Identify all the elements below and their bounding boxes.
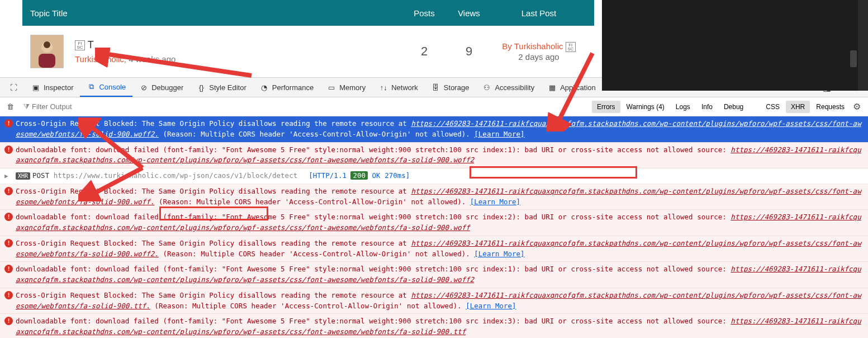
console-msg[interactable]: !Cross-Origin Request Blocked: The Same … xyxy=(0,184,868,210)
error-text: Cross-Origin Request Blocked: The Same O… xyxy=(16,239,411,247)
filter-input[interactable]: ⧩ xyxy=(23,102,99,111)
error-reason: (Reason: Multiple CORS header 'Access-Co… xyxy=(159,250,474,258)
error-reason: (Reason: Multiple CORS header 'Access-Co… xyxy=(159,130,474,138)
filter-logs[interactable]: Logs xyxy=(671,101,695,113)
tab-debugger[interactable]: ⊘Debugger xyxy=(132,78,190,97)
console-msg[interactable]: !Cross-Origin Request Blocked: The Same … xyxy=(0,236,868,262)
filter-info[interactable]: Info xyxy=(696,101,718,113)
col-topic-title: Topic Title xyxy=(30,8,402,18)
error-icon: ! xyxy=(4,265,13,273)
dark-side-panel xyxy=(602,0,868,91)
error-text: downloadable font: download failed (font… xyxy=(16,213,731,221)
error-icon: ! xyxy=(4,119,13,128)
learn-more-link[interactable]: [Learn More] xyxy=(474,250,524,258)
error-text: downloadable font: download failed (font… xyxy=(16,145,731,154)
learn-more-link[interactable]: [Learn More] xyxy=(466,302,516,310)
topic-text: T xyxy=(88,39,94,50)
filter-requests[interactable]: Requests xyxy=(811,101,850,113)
tab-memory[interactable]: ▭Memory xyxy=(320,78,372,97)
learn-more-link[interactable]: [Learn More] xyxy=(474,130,524,138)
pick-element-button[interactable]: ⛶ xyxy=(2,78,25,97)
svg-rect-1 xyxy=(39,54,55,68)
last-author[interactable]: Turkishaholic xyxy=(514,41,563,51)
tab-network[interactable]: ↑↓Network xyxy=(372,78,425,97)
console-output: !Cross-Origin Request Blocked: The Same … xyxy=(0,116,868,338)
error-text: Cross-Origin Request Blocked: The Same O… xyxy=(16,119,411,128)
forum-header: Topic Title Posts Views Last Post xyxy=(22,0,594,26)
tab-accessibility[interactable]: ⚇Accessibility xyxy=(476,78,541,97)
error-icon: ! xyxy=(4,187,13,195)
badge-icon: FISC xyxy=(75,40,85,50)
error-text: downloadable font: download failed (font… xyxy=(16,317,731,325)
error-text: Cross-Origin Request Blocked: The Same O… xyxy=(16,291,411,299)
last-post-cell: By Turkishaholic FISC 2 days ago xyxy=(491,41,586,62)
console-filter-bar: 🗑 ⧩ Errors Warnings (4) Logs Info Debug … xyxy=(0,97,868,116)
error-icon: ! xyxy=(4,291,13,299)
tab-style-editor[interactable]: {}Style Editor xyxy=(190,78,253,97)
xhr-tag: XHR xyxy=(16,172,30,180)
tab-inspector[interactable]: ▣Inspector xyxy=(25,78,80,97)
posts-count: 2 xyxy=(402,44,447,59)
console-msg[interactable]: !Cross-Origin Request Blocked: The Same … xyxy=(0,116,868,143)
topic-time: , 4 weeks ago xyxy=(124,54,176,64)
console-msg[interactable]: !downloadable font: download failed (fon… xyxy=(0,314,868,338)
avatar[interactable] xyxy=(30,35,64,68)
error-icon: ! xyxy=(4,213,13,221)
filter-warnings[interactable]: Warnings (4) xyxy=(622,101,670,113)
error-icon: ! xyxy=(4,239,13,247)
console-msg[interactable]: !downloadable font: download failed (fon… xyxy=(0,143,868,169)
tab-console[interactable]: ⧉Console xyxy=(80,78,132,97)
topic-title-line[interactable]: FISC T xyxy=(75,39,402,51)
last-by-label: By xyxy=(502,41,514,51)
filter-xhr[interactable]: XHR xyxy=(786,101,810,113)
filter-errors[interactable]: Errors xyxy=(592,101,620,113)
error-icon: ! xyxy=(4,145,13,154)
learn-more-link[interactable]: [Learn More] xyxy=(470,198,520,206)
xhr-url[interactable]: https://www.turkishaholic.com/wp-json/ca… xyxy=(54,171,298,180)
error-text: Cross-Origin Request Blocked: The Same O… xyxy=(16,187,411,195)
tab-performance[interactable]: ◔Performance xyxy=(253,78,320,97)
funnel-icon: ⧩ xyxy=(23,102,30,111)
error-reason: (Reason: Multiple CORS header 'Access-Co… xyxy=(154,198,469,206)
panel-scrollbar[interactable] xyxy=(850,50,857,67)
badge-icon: FISC xyxy=(566,42,576,52)
col-views: Views xyxy=(447,8,491,18)
console-msg[interactable]: ▶XHRPOST https://www.turkishaholic.com/w… xyxy=(0,168,868,184)
http-meta: [HTTP/1.1 xyxy=(309,171,350,180)
console-msg[interactable]: !downloadable font: download failed (fon… xyxy=(0,210,868,236)
error-icon: ! xyxy=(4,317,13,325)
last-time: 2 days ago xyxy=(491,52,586,62)
error-reason: (Reason: Multiple CORS header 'Access-Co… xyxy=(150,302,466,310)
forum-topic-row[interactable]: FISC T Turkishaholic, 4 weeks ago 2 9 By… xyxy=(22,26,594,77)
http-method: POST xyxy=(32,171,49,180)
author-link[interactable]: Turkishaholic xyxy=(75,54,124,64)
console-settings-icon[interactable]: ⚙ xyxy=(850,101,864,112)
svg-point-2 xyxy=(44,41,50,48)
expand-arrow-icon[interactable]: ▶ xyxy=(4,172,8,180)
filter-textbox[interactable] xyxy=(32,102,99,111)
error-text: downloadable font: download failed (font… xyxy=(16,265,731,273)
console-msg[interactable]: !Cross-Origin Request Blocked: The Same … xyxy=(0,288,868,314)
topic-meta: Turkishaholic, 4 weeks ago xyxy=(75,54,402,64)
tab-application[interactable]: ▦Application xyxy=(541,78,603,97)
filter-debug[interactable]: Debug xyxy=(719,101,748,113)
status-code: 200 xyxy=(350,171,368,180)
col-last-post: Last Post xyxy=(491,8,586,18)
console-msg[interactable]: !downloadable font: download failed (fon… xyxy=(0,262,868,288)
col-posts: Posts xyxy=(402,8,447,18)
filter-css[interactable]: CSS xyxy=(761,101,785,113)
views-count: 9 xyxy=(447,44,491,59)
tab-storage[interactable]: 🗄Storage xyxy=(425,78,476,97)
clear-console-button[interactable]: 🗑 xyxy=(4,102,16,111)
